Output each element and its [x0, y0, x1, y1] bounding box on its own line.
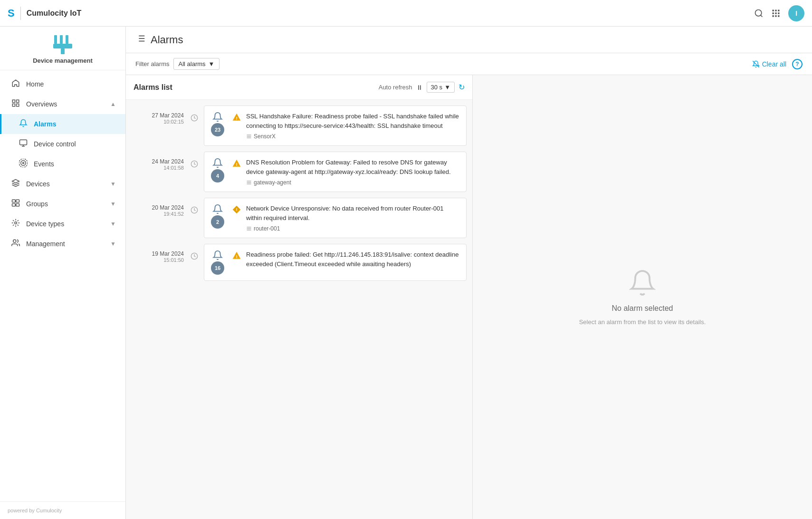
- svg-point-30: [15, 222, 17, 224]
- pause-button[interactable]: ⏸: [416, 84, 423, 91]
- devices-icon: [11, 179, 20, 189]
- sidebar-item-device-control[interactable]: Device control: [0, 134, 125, 154]
- avatar[interactable]: I: [788, 5, 804, 21]
- overviews-arrow-icon: ▲: [110, 101, 116, 107]
- alarms-scroll: 27 Mar 2024 10:02:15: [126, 100, 472, 519]
- svg-rect-28: [12, 204, 16, 206]
- sidebar-item-label-overviews: Overviews: [26, 100, 105, 108]
- help-button[interactable]: ?: [792, 59, 802, 69]
- interval-select[interactable]: 30 s ▼: [427, 82, 455, 93]
- interval-dropdown-icon: ▼: [444, 84, 450, 91]
- filter-select[interactable]: All alarms ▼: [173, 58, 220, 70]
- filter-label: Filter alarms: [135, 60, 170, 67]
- svg-rect-13: [66, 35, 68, 44]
- alarm-clock-icon-4: [191, 252, 198, 260]
- sidebar-item-groups[interactable]: Groups ▼: [0, 194, 125, 214]
- source-icon-2: [246, 180, 252, 185]
- alarm-icon-wrap-2: 4: [211, 158, 224, 183]
- clear-all-button[interactable]: Clear all: [752, 60, 786, 68]
- alarms-list-header: Alarms list Auto refresh ⏸ 30 s ▼ ↻: [126, 75, 472, 100]
- svg-rect-3: [775, 10, 776, 11]
- severity-icon-wrap-2: !: [232, 158, 241, 170]
- source-icon-1: [246, 134, 252, 139]
- major-icon-3: !: [232, 205, 241, 214]
- alarm-group-1: 27 Mar 2024 10:02:15: [126, 106, 472, 150]
- alarm-card-1[interactable]: 23 ! SSL Handshak: [204, 106, 467, 146]
- alarm-icon-wrap-3: 2: [211, 204, 224, 229]
- alarm-cards-col-4: 16 ! Readiness pr: [200, 244, 467, 285]
- bell-icon-4: [212, 250, 223, 260]
- sidebar-item-device-types[interactable]: Device types ▼: [0, 214, 125, 234]
- sidebar-item-management[interactable]: Management ▼: [0, 234, 125, 254]
- refresh-button[interactable]: ↻: [459, 83, 465, 92]
- svg-rect-29: [16, 204, 19, 206]
- detail-panel: No alarm selected Select an alarm from t…: [473, 75, 812, 519]
- alarm-card-3[interactable]: 2 !: [204, 198, 467, 238]
- alarm-icon-wrap-1: 23: [211, 112, 224, 136]
- events-icon: [19, 159, 28, 169]
- alarm-count-badge-2: 4: [211, 169, 224, 183]
- alarms-list-title: Alarms list: [134, 83, 172, 92]
- sidebar: Device management Home Overviews: [0, 27, 126, 519]
- svg-point-31: [13, 240, 16, 242]
- alarm-date-col-1: 27 Mar 2024 10:02:15: [132, 106, 189, 150]
- alarm-clock-icon-2: [191, 160, 198, 168]
- alarm-source-text-1: SensorX: [254, 133, 276, 140]
- alarm-date-4: 19 Mar 2024: [152, 250, 184, 257]
- sidebar-item-overviews[interactable]: Overviews ▲: [0, 94, 125, 114]
- main-content: Alarms Filter alarms All alarms ▼ Clear …: [126, 27, 812, 519]
- svg-point-23: [23, 163, 24, 164]
- alarm-date-col-3: 20 Mar 2024 19:41:52: [132, 198, 189, 242]
- alarm-card-header-2: 4 ! DNS Resolutio: [211, 158, 459, 186]
- svg-rect-2: [773, 10, 774, 11]
- alarm-card-4[interactable]: 16 ! Readiness pr: [204, 244, 467, 281]
- alarm-dot-col-2: [189, 152, 200, 196]
- alarm-card-header-3: 2 !: [211, 204, 459, 232]
- alarm-card-2[interactable]: 4 ! DNS Resolutio: [204, 152, 467, 192]
- device-control-icon: [19, 139, 28, 149]
- svg-rect-19: [17, 104, 19, 106]
- alarm-source-2: gateway-agent: [246, 179, 459, 186]
- detail-empty-title: No alarm selected: [612, 304, 673, 313]
- sidebar-item-home[interactable]: Home: [0, 74, 125, 94]
- toolbar-right: Clear all ?: [752, 59, 802, 69]
- alarm-title-3: Network Device Unresponsive: No data rec…: [246, 204, 459, 222]
- alarm-dot-col-3: [189, 198, 200, 242]
- alarm-content-3: Network Device Unresponsive: No data rec…: [246, 204, 459, 232]
- logo-icon: S: [8, 7, 15, 19]
- interval-value: 30 s: [431, 84, 443, 91]
- svg-point-0: [755, 10, 762, 16]
- search-button[interactable]: [754, 9, 764, 18]
- svg-point-25: [19, 159, 28, 167]
- svg-rect-12: [60, 35, 63, 44]
- severity-icon-wrap-4: !: [232, 250, 241, 262]
- filter-value: All alarms: [179, 60, 206, 67]
- sidebar-item-label-device-types: Device types: [26, 220, 105, 228]
- sidebar-item-devices[interactable]: Devices ▼: [0, 174, 125, 194]
- svg-rect-8: [773, 15, 774, 17]
- apps-button[interactable]: [771, 9, 781, 18]
- alarm-content-4: Readiness probe failed: Get http://11.24…: [246, 250, 459, 269]
- alarm-title-4: Readiness probe failed: Get http://11.24…: [246, 250, 459, 269]
- alarm-card-header-4: 16 ! Readiness pr: [211, 250, 459, 275]
- content-area: Alarms list Auto refresh ⏸ 30 s ▼ ↻: [126, 75, 812, 519]
- home-icon: [11, 79, 20, 89]
- svg-rect-10: [778, 15, 779, 17]
- device-types-icon: [11, 219, 20, 229]
- brand-icon: [51, 35, 74, 54]
- auto-refresh-label: Auto refresh: [379, 84, 412, 91]
- brand-label: Device management: [33, 57, 93, 64]
- alarms-icon: [19, 119, 28, 129]
- groups-icon: [11, 199, 20, 209]
- alarm-group-4: 19 Mar 2024 15:01:50: [126, 244, 472, 285]
- sidebar-item-alarms[interactable]: Alarms: [0, 114, 125, 134]
- page-title: Alarms: [151, 34, 183, 46]
- clear-all-label: Clear all: [762, 60, 786, 68]
- sidebar-item-label-events: Events: [34, 160, 116, 168]
- sidebar-item-events[interactable]: Events: [0, 154, 125, 174]
- alarm-time-3: 19:41:52: [163, 211, 184, 217]
- logo-divider: [20, 7, 21, 20]
- severity-icon-wrap-1: !: [232, 112, 241, 124]
- layout: Device management Home Overviews: [0, 27, 812, 519]
- page-header-icon: [135, 33, 146, 46]
